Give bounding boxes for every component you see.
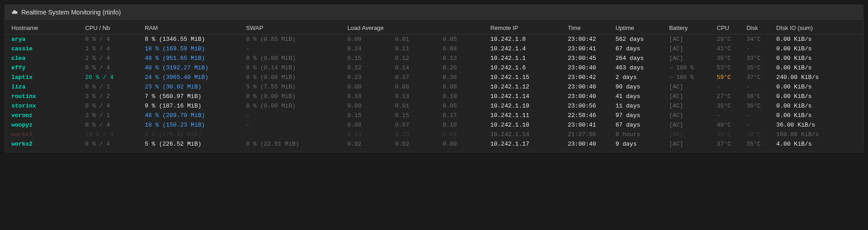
table-row[interactable]: effy6 % / 440 % (3192.27 MiB)0 % (0.14 M… (5, 63, 863, 73)
table-row[interactable]: woopyz0 % / 418 % (150.23 MiB)-0.080.070… (5, 120, 863, 130)
cell-swap: 0 % (0.00 MiB) (244, 92, 345, 101)
cell-battery: [AC] (666, 101, 714, 111)
col-ip[interactable]: Remote IP (488, 20, 565, 34)
cell-cpu: 1 % / 4 (83, 44, 142, 54)
cell-uptime: 264 days (613, 54, 666, 63)
cell-ram: 8 % (1346.55 MiB) (142, 34, 243, 44)
table-row[interactable]: arya0 % / 48 % (1346.55 MiB)0 % (0.85 Mi… (5, 34, 863, 44)
cell-load2: 0.37 (392, 73, 440, 82)
panel-title: Realtime System Monitoring (rtinfo) (21, 9, 121, 16)
cell-load2: 0.14 (392, 63, 440, 73)
cell-disk-temp: - (744, 44, 774, 54)
cell-disk-temp: 35°C (744, 139, 774, 152)
cell-disk-temp: 36°C (744, 92, 774, 101)
table-row[interactable]: cassie1 % / 418 % (169.59 MiB)-0.240.110… (5, 44, 863, 54)
cell-load1: 0.15 (345, 54, 392, 63)
cell-load2: 0.00 (392, 82, 440, 92)
cell-diskio: 0.00 KiB/s (774, 111, 863, 120)
col-uptime[interactable]: Uptime (613, 20, 666, 34)
cell-time: 23:00:56 (565, 101, 613, 111)
cell-battery: [AC] (666, 111, 714, 120)
cell-load1: 0.00 (345, 34, 392, 44)
cell-ip: 10.242.1.8 (488, 34, 565, 44)
cell-hostname: workx2 (5, 139, 83, 152)
cell-ram: 9 % (187.16 MiB) (142, 101, 243, 111)
cell-time: 23:00:42 (565, 34, 613, 44)
table-row[interactable]: laptix26 % / 424 % (3965.40 MiB)0 % (0.0… (5, 73, 863, 82)
cell-cpu-temp: 39°C (714, 130, 744, 139)
cell-load3: 0.05 (440, 101, 488, 111)
col-time[interactable]: Time (565, 20, 613, 34)
cell-uptime: 41 days (613, 92, 666, 101)
cell-load2: 0.25 (392, 130, 440, 139)
cell-cpu-temp: 29°C (714, 34, 744, 44)
cell-ip: 10.242.1.4 (488, 44, 565, 54)
cell-disk-temp: 37°C (744, 73, 774, 82)
cell-load3: 0.08 (440, 44, 488, 54)
cell-swap: 0 % (0.00 MiB) (244, 54, 345, 63)
cell-ram: 18 % (150.23 MiB) (142, 120, 243, 130)
cell-cpu: 19 % / 4 (83, 130, 142, 139)
cell-ip: 10.242.1.17 (488, 139, 565, 152)
cell-load2: 0.13 (392, 92, 440, 101)
cell-battery: [AC] (666, 34, 714, 44)
table-row[interactable]: liza0 % / 123 % (30.02 MiB)5 % (7.55 MiB… (5, 82, 863, 92)
cell-battery: [AC] (666, 120, 714, 130)
cell-load2: 0.01 (392, 101, 440, 111)
cell-disk-temp: - (744, 82, 774, 92)
table-row[interactable]: clea2 % / 448 % (951.65 MiB)0 % (0.00 Mi… (5, 54, 863, 63)
col-ram[interactable]: RAM (142, 20, 243, 34)
col-diskio[interactable]: DIsk IO (sum) (774, 20, 863, 34)
cell-time: 23:00:41 (565, 44, 613, 54)
col-disk-temp[interactable]: Disk (744, 20, 774, 34)
cell-swap: 0 % (0.14 MiB) (244, 63, 345, 73)
table-row[interactable]: routinx3 % / 27 % (560.97 MiB)0 % (0.00 … (5, 92, 863, 101)
cell-load1: 0.02 (345, 139, 392, 152)
monitoring-panel: Realtime System Monitoring (rtinfo) Host… (5, 5, 863, 152)
col-swap[interactable]: SWAP (244, 20, 345, 34)
cell-ram: 40 % (3192.27 MiB) (142, 63, 243, 73)
cell-ram: 24 % (3965.40 MiB) (142, 73, 243, 82)
table-row[interactable]: workx20 % / 45 % (226.52 MiB)0 % (22.91 … (5, 139, 863, 152)
cell-ip: 10.242.1.10 (488, 120, 565, 130)
cell-load1: 0.63 (345, 130, 392, 139)
cell-hostname: workx1 (5, 130, 83, 139)
cell-cpu: 0 % / 4 (83, 34, 142, 44)
cell-load1: 0.24 (345, 44, 392, 54)
cell-hostname: cassie (5, 44, 83, 54)
cell-load3: 0.17 (440, 111, 488, 120)
cell-diskio: 0.00 KiB/s (774, 63, 863, 73)
table-row[interactable]: vorooz2 % / 148 % (209.70 MiB)-0.150.150… (5, 111, 863, 120)
cell-load2: 0.02 (392, 139, 440, 152)
cell-hostname: woopyz (5, 120, 83, 130)
table-row[interactable]: storinx0 % / 49 % (187.16 MiB)0 % (0.00 … (5, 101, 863, 111)
cell-hostname: storinx (5, 101, 83, 111)
cell-load2: 0.15 (392, 111, 440, 120)
table-row[interactable]: workx119 % / 42 % (175.42 MiB)-0.630.250… (5, 130, 863, 139)
cell-hostname: effy (5, 63, 83, 73)
cell-cpu: 6 % / 4 (83, 63, 142, 73)
cell-time: 22:58:46 (565, 111, 613, 120)
cell-swap: - (244, 120, 345, 130)
cell-ip: 10.242.1.15 (488, 73, 565, 82)
cell-diskio: 0.00 KiB/s (774, 54, 863, 63)
cell-ip: 10.242.1.1 (488, 54, 565, 63)
cell-ram: 48 % (209.70 MiB) (142, 111, 243, 120)
cell-ip: 10.242.1.6 (488, 63, 565, 73)
cell-time: 23:00:40 (565, 82, 613, 92)
col-battery[interactable]: Battery (666, 20, 714, 34)
cell-load1: 0.00 (345, 101, 392, 111)
cell-ram: 2 % (175.42 MiB) (142, 130, 243, 139)
col-hostname[interactable]: Hostname (5, 20, 83, 34)
col-cpu-temp[interactable]: CPU (714, 20, 744, 34)
cell-diskio: 36.00 KiB/s (774, 120, 863, 130)
cell-load3: 0.00 (440, 82, 488, 92)
col-load[interactable]: Load Average (345, 20, 488, 34)
cell-load3: 0.20 (440, 63, 488, 73)
cell-ip: 10.242.1.12 (488, 82, 565, 92)
cell-cpu-temp: - (714, 82, 744, 92)
cell-diskio: 0.00 KiB/s (774, 34, 863, 44)
cell-swap: - (244, 111, 345, 120)
col-cpu[interactable]: CPU / Nb (83, 20, 142, 34)
cell-time: 23:00:42 (565, 73, 613, 82)
